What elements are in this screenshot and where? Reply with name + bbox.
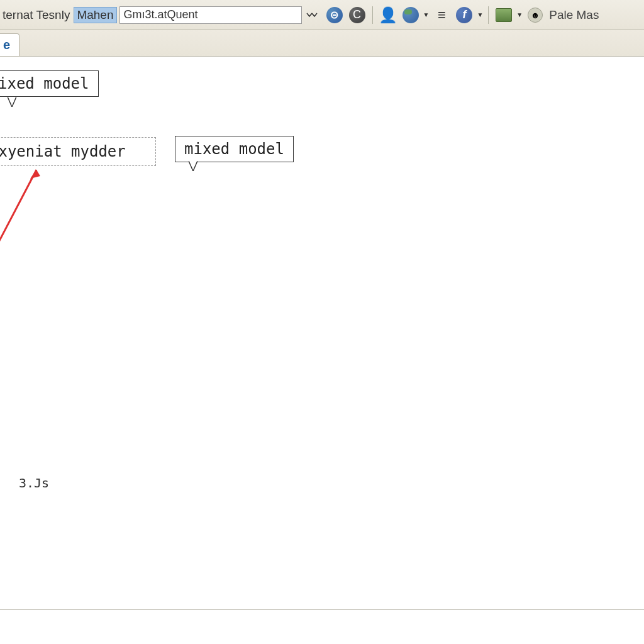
footer-text: 3.Js (19, 475, 49, 491)
toolbar-divider-2 (488, 6, 489, 24)
toolbar-prefix-text: ternat Tesnly (3, 8, 70, 22)
tab-bar: e (0, 30, 644, 57)
monitor-icon[interactable] (495, 6, 513, 24)
chevron-down-icon-3[interactable]: ▼ (516, 11, 523, 18)
frames-icon[interactable]: ≡ (433, 6, 450, 24)
tooltip-box-2: mixed model (175, 136, 294, 162)
tooltip-tail-icon (8, 97, 16, 107)
globe-icon[interactable] (402, 6, 419, 24)
chevron-down-icon-2[interactable]: ▼ (477, 11, 483, 18)
chevron-down-icon[interactable]: ▼ (423, 11, 430, 18)
text-input[interactable] (0, 137, 156, 166)
selected-text[interactable]: Mahen (74, 7, 116, 23)
annotation-arrow-icon (0, 164, 50, 252)
bottom-border (0, 609, 644, 610)
toolbar-divider (372, 6, 373, 24)
address-input[interactable] (119, 6, 302, 24)
stop-icon[interactable]: ⊝ (326, 6, 343, 24)
reload-icon[interactable]: C (348, 6, 366, 24)
svg-line-0 (0, 170, 36, 252)
content-area: ixed model mixed model 3.Js (0, 57, 644, 623)
tooltip-box-1: ixed model (0, 70, 99, 97)
tab-active[interactable]: e (0, 33, 19, 56)
person-icon[interactable]: 👤 (379, 6, 397, 24)
tooltip-tail-icon-2 (189, 161, 197, 171)
main-toolbar: ternat Tesnly Mahen ⊝ C 👤 ▼ ≡ f ▼ ▼ ☻ Pa… (0, 0, 644, 30)
facebook-icon[interactable]: f (455, 6, 473, 24)
face-icon[interactable]: ☻ (526, 6, 544, 24)
browser-label: Pale Mas (549, 8, 599, 22)
dropdown-arrow-icon[interactable] (304, 10, 319, 20)
